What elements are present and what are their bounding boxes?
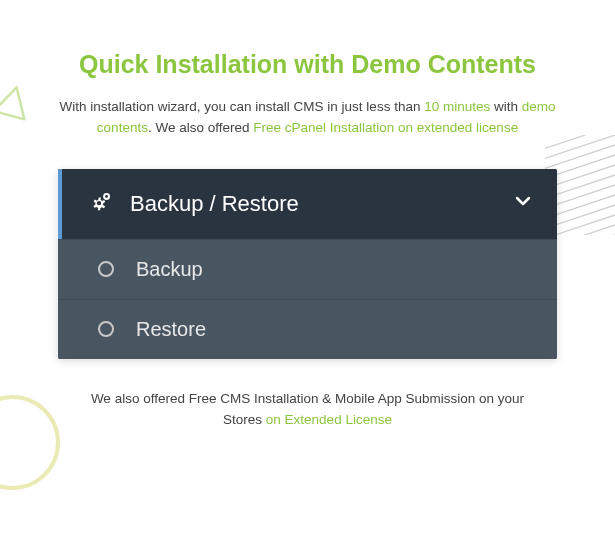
circle-icon bbox=[98, 321, 114, 337]
panel-item-restore[interactable]: Restore bbox=[58, 299, 557, 359]
panel-item-backup[interactable]: Backup bbox=[58, 239, 557, 299]
intro-highlight-minutes: 10 minutes bbox=[424, 99, 490, 114]
footer-highlight-license: on Extended License bbox=[266, 412, 392, 427]
gears-icon bbox=[86, 191, 112, 217]
intro-highlight-cpanel: Free cPanel Installation on extended lic… bbox=[253, 120, 518, 135]
backup-restore-panel: Backup / Restore Backup Restore bbox=[58, 169, 557, 359]
intro-segment: With installation wizard, you can instal… bbox=[60, 99, 425, 114]
panel-item-label: Restore bbox=[136, 318, 206, 341]
page-title: Quick Installation with Demo Contents bbox=[50, 50, 565, 79]
circle-icon bbox=[98, 261, 114, 277]
panel-item-label: Backup bbox=[136, 258, 203, 281]
intro-segment: . We also offered bbox=[148, 120, 253, 135]
intro-segment: with bbox=[490, 99, 522, 114]
intro-text: With installation wizard, you can instal… bbox=[50, 97, 565, 139]
panel-header-title: Backup / Restore bbox=[130, 191, 513, 217]
chevron-down-icon bbox=[513, 191, 533, 217]
svg-point-14 bbox=[105, 195, 108, 198]
panel-header-backup-restore[interactable]: Backup / Restore bbox=[58, 169, 557, 239]
footer-text: We also offered Free CMS Installation & … bbox=[50, 389, 565, 431]
